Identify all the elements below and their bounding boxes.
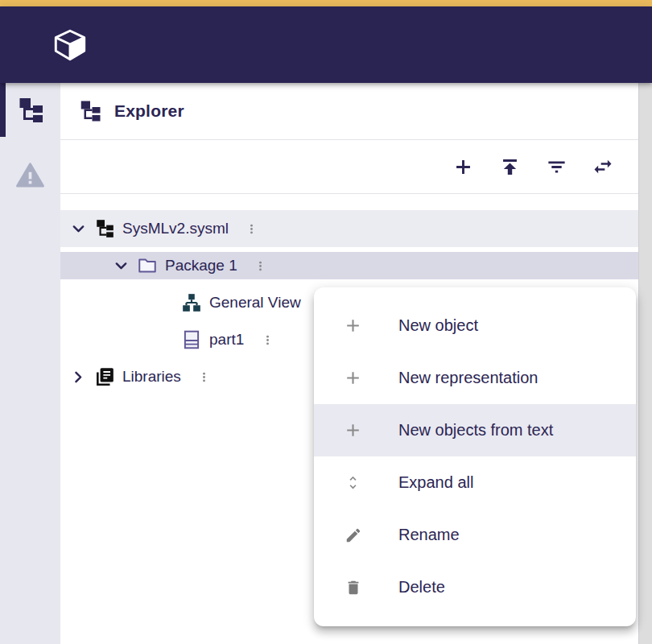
scrollbar[interactable] [638,83,652,644]
kebab-menu-icon[interactable] [243,220,261,237]
cube-icon [50,25,90,65]
menu-item-new-objects-from-text[interactable]: New objects from text [314,404,636,456]
synchronize-button[interactable] [588,152,617,181]
explorer-header: Explorer [60,83,638,139]
context-menu: New object New representation New object… [314,287,636,626]
plus-icon [343,368,363,388]
plus-icon [343,420,363,440]
sidebar-item-validation[interactable] [0,157,60,193]
kebab-menu-icon[interactable] [258,331,276,349]
tree-item-label: SysMLv2.sysml [122,220,229,237]
plus-icon [452,156,474,178]
tree-item-label: part1 [209,331,244,349]
menu-item-delete[interactable]: Delete [314,561,636,613]
tree-icon [16,96,45,125]
kebab-menu-icon[interactable] [196,368,213,386]
tree-icon [78,99,102,123]
diagram-icon [181,292,202,313]
menu-item-label: Expand all [398,473,473,492]
filter-list-icon [546,156,567,178]
publish-icon [499,156,521,178]
explorer-toolbar [60,140,638,193]
home-logo-button[interactable] [50,25,90,65]
libraries-icon [94,366,115,387]
menu-item-rename[interactable]: Rename [314,509,636,561]
menu-item-label: Rename [398,526,460,544]
menu-item-label: New objects from text [398,421,553,440]
add-button[interactable] [448,152,477,181]
left-sidebar [0,83,60,644]
chevron-down-icon[interactable] [68,219,88,238]
tree-item-label: Package 1 [165,257,237,275]
plus-icon [343,316,363,336]
trash-icon [343,579,363,597]
folder-icon [137,255,158,276]
panel-title: Explorer [114,101,184,121]
app-window: Explorer [0,0,652,644]
accent-strip [0,0,652,6]
tree-item-label: General View [209,294,301,312]
menu-item-label: Delete [398,578,445,597]
tree-item-label: Libraries [122,368,181,386]
filter-button[interactable] [542,152,571,181]
sidebar-item-explorer[interactable] [0,83,60,137]
menu-item-label: New object [398,316,478,335]
tree-row-sysmlv2[interactable]: SysMLv2.sysml [60,210,638,247]
menu-item-new-representation[interactable]: New representation [314,352,636,404]
tree-row-package1[interactable]: Package 1 [60,247,638,284]
menu-item-label: New representation [398,369,538,387]
upload-button[interactable] [495,152,524,181]
kebab-menu-icon[interactable] [252,257,270,275]
chevron-down-icon[interactable] [111,256,130,275]
unfold-more-icon [343,474,363,491]
part-icon [181,329,202,350]
menu-item-new-object[interactable]: New object [314,299,636,352]
pencil-icon [343,526,363,544]
model-tree-icon [94,218,115,239]
chevron-right-icon[interactable] [68,367,88,386]
warning-icon [15,160,45,190]
swap-horizontal-icon [592,155,614,178]
app-header [0,6,652,83]
menu-item-expand-all[interactable]: Expand all [314,456,636,509]
